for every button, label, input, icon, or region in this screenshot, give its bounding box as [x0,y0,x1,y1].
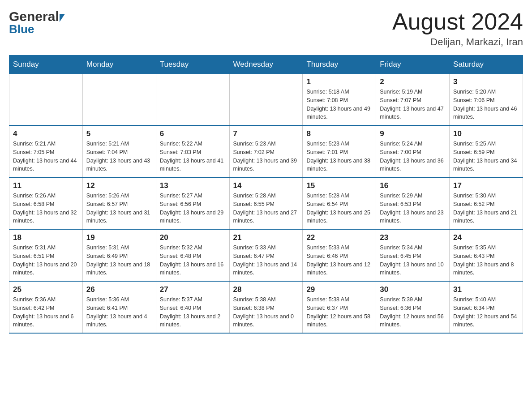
day-info: Sunrise: 5:37 AMSunset: 6:40 PMDaylight:… [160,295,226,329]
calendar-day-2: 2Sunrise: 5:19 AMSunset: 7:07 PMDaylight… [376,74,450,126]
day-number: 18 [13,233,79,242]
day-number: 28 [233,285,299,294]
day-of-week-sunday: Sunday [9,56,83,74]
calendar-day-16: 16Sunrise: 5:29 AMSunset: 6:53 PMDayligh… [376,177,450,229]
header: General Blue August 2024 Delijan, Markaz… [9,9,523,48]
calendar-week-row: 1Sunrise: 5:18 AMSunset: 7:08 PMDaylight… [9,74,523,126]
day-info: Sunrise: 5:31 AMSunset: 6:51 PMDaylight:… [13,244,79,277]
calendar-empty-cell [9,74,83,126]
calendar-week-row: 18Sunrise: 5:31 AMSunset: 6:51 PMDayligh… [9,229,523,281]
calendar-day-18: 18Sunrise: 5:31 AMSunset: 6:51 PMDayligh… [9,229,83,281]
calendar-day-10: 10Sunrise: 5:25 AMSunset: 6:59 PMDayligh… [450,125,523,177]
day-number: 23 [380,233,446,242]
day-info: Sunrise: 5:18 AMSunset: 7:08 PMDaylight:… [306,88,372,121]
calendar-day-29: 29Sunrise: 5:38 AMSunset: 6:37 PMDayligh… [303,281,376,333]
day-number: 31 [453,285,519,294]
day-info: Sunrise: 5:23 AMSunset: 7:01 PMDaylight:… [306,140,372,173]
day-info: Sunrise: 5:34 AMSunset: 6:45 PMDaylight:… [380,244,446,277]
day-info: Sunrise: 5:29 AMSunset: 6:53 PMDaylight:… [380,192,446,225]
day-info: Sunrise: 5:25 AMSunset: 6:59 PMDaylight:… [453,140,519,173]
calendar-empty-cell [82,74,156,126]
day-info: Sunrise: 5:24 AMSunset: 7:00 PMDaylight:… [380,140,446,173]
day-number: 16 [380,181,446,190]
day-info: Sunrise: 5:36 AMSunset: 6:41 PMDaylight:… [86,295,152,329]
day-number: 15 [306,181,372,190]
day-of-week-thursday: Thursday [303,56,376,74]
calendar-day-25: 25Sunrise: 5:36 AMSunset: 6:42 PMDayligh… [9,281,83,333]
calendar-day-8: 8Sunrise: 5:23 AMSunset: 7:01 PMDaylight… [303,125,376,177]
day-number: 24 [453,233,519,242]
calendar-day-11: 11Sunrise: 5:26 AMSunset: 6:58 PMDayligh… [9,177,83,229]
day-number: 26 [86,285,152,294]
day-number: 1 [306,77,372,86]
day-info: Sunrise: 5:26 AMSunset: 6:58 PMDaylight:… [13,192,79,225]
day-number: 10 [453,129,519,138]
day-number: 25 [13,285,79,294]
day-number: 5 [86,129,152,138]
calendar-day-20: 20Sunrise: 5:32 AMSunset: 6:48 PMDayligh… [156,229,229,281]
day-info: Sunrise: 5:36 AMSunset: 6:42 PMDaylight:… [13,295,79,329]
day-of-week-monday: Monday [82,56,156,74]
day-number: 22 [306,233,372,242]
day-info: Sunrise: 5:38 AMSunset: 6:38 PMDaylight:… [233,295,299,329]
day-of-week-wednesday: Wednesday [229,56,303,74]
day-number: 20 [160,233,226,242]
calendar-day-22: 22Sunrise: 5:33 AMSunset: 6:46 PMDayligh… [303,229,376,281]
day-number: 6 [160,129,226,138]
day-number: 4 [13,129,79,138]
calendar-week-row: 11Sunrise: 5:26 AMSunset: 6:58 PMDayligh… [9,177,523,229]
day-number: 19 [86,233,152,242]
calendar-day-6: 6Sunrise: 5:22 AMSunset: 7:03 PMDaylight… [156,125,229,177]
day-number: 17 [453,181,519,190]
calendar-day-5: 5Sunrise: 5:21 AMSunset: 7:04 PMDaylight… [82,125,156,177]
logo-general-text: General [9,9,59,24]
day-info: Sunrise: 5:28 AMSunset: 6:55 PMDaylight:… [233,192,299,225]
day-info: Sunrise: 5:23 AMSunset: 7:02 PMDaylight:… [233,140,299,173]
logo: General Blue [9,9,65,36]
calendar-day-21: 21Sunrise: 5:33 AMSunset: 6:47 PMDayligh… [229,229,303,281]
day-number: 30 [380,285,446,294]
calendar-day-9: 9Sunrise: 5:24 AMSunset: 7:00 PMDaylight… [376,125,450,177]
title-area: August 2024 Delijan, Markazi, Iran [392,9,523,48]
calendar-week-row: 25Sunrise: 5:36 AMSunset: 6:42 PMDayligh… [9,281,523,333]
day-number: 2 [380,77,446,86]
day-info: Sunrise: 5:33 AMSunset: 6:47 PMDaylight:… [233,244,299,277]
calendar-day-3: 3Sunrise: 5:20 AMSunset: 7:06 PMDaylight… [450,74,523,126]
location-title: Delijan, Markazi, Iran [392,36,523,48]
day-number: 7 [233,129,299,138]
day-info: Sunrise: 5:26 AMSunset: 6:57 PMDaylight:… [86,192,152,225]
day-number: 21 [233,233,299,242]
day-number: 12 [86,181,152,190]
day-info: Sunrise: 5:21 AMSunset: 7:04 PMDaylight:… [86,140,152,173]
day-info: Sunrise: 5:22 AMSunset: 7:03 PMDaylight:… [160,140,226,173]
calendar-day-31: 31Sunrise: 5:40 AMSunset: 6:34 PMDayligh… [450,281,523,333]
calendar-header-row: SundayMondayTuesdayWednesdayThursdayFrid… [9,56,523,74]
day-info: Sunrise: 5:28 AMSunset: 6:54 PMDaylight:… [306,192,372,225]
day-info: Sunrise: 5:31 AMSunset: 6:49 PMDaylight:… [86,244,152,277]
calendar-day-14: 14Sunrise: 5:28 AMSunset: 6:55 PMDayligh… [229,177,303,229]
logo-blue-text: Blue [9,22,65,36]
day-number: 14 [233,181,299,190]
calendar-day-12: 12Sunrise: 5:26 AMSunset: 6:57 PMDayligh… [82,177,156,229]
day-info: Sunrise: 5:27 AMSunset: 6:56 PMDaylight:… [160,192,226,225]
day-info: Sunrise: 5:30 AMSunset: 6:52 PMDaylight:… [453,192,519,225]
day-number: 8 [306,129,372,138]
day-of-week-saturday: Saturday [450,56,523,74]
calendar-day-23: 23Sunrise: 5:34 AMSunset: 6:45 PMDayligh… [376,229,450,281]
day-info: Sunrise: 5:32 AMSunset: 6:48 PMDaylight:… [160,244,226,277]
day-number: 11 [13,181,79,190]
day-number: 29 [306,285,372,294]
calendar-day-30: 30Sunrise: 5:39 AMSunset: 6:36 PMDayligh… [376,281,450,333]
calendar-table: SundayMondayTuesdayWednesdayThursdayFrid… [9,55,523,334]
calendar-day-28: 28Sunrise: 5:38 AMSunset: 6:38 PMDayligh… [229,281,303,333]
month-title: August 2024 [392,9,523,34]
calendar-day-26: 26Sunrise: 5:36 AMSunset: 6:41 PMDayligh… [82,281,156,333]
calendar-day-24: 24Sunrise: 5:35 AMSunset: 6:43 PMDayligh… [450,229,523,281]
calendar-day-27: 27Sunrise: 5:37 AMSunset: 6:40 PMDayligh… [156,281,229,333]
day-info: Sunrise: 5:20 AMSunset: 7:06 PMDaylight:… [453,88,519,121]
day-info: Sunrise: 5:33 AMSunset: 6:46 PMDaylight:… [306,244,372,277]
day-number: 13 [160,181,226,190]
day-number: 27 [160,285,226,294]
calendar-week-row: 4Sunrise: 5:21 AMSunset: 7:05 PMDaylight… [9,125,523,177]
day-info: Sunrise: 5:39 AMSunset: 6:36 PMDaylight:… [380,295,446,329]
